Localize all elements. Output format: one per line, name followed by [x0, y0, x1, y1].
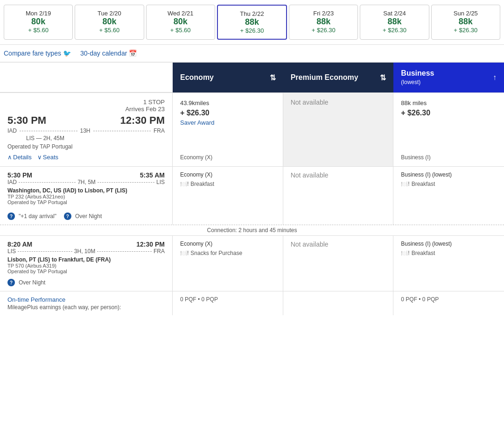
- details-link[interactable]: ∧ Details: [7, 154, 32, 161]
- dep-airport: IAD: [7, 128, 17, 134]
- business-sub: (lowest): [401, 79, 420, 85]
- seg2-route-line: [18, 251, 72, 252]
- segment1-info-cell: 5:30 PM 5:35 AM IAD 7H, 5M LIS Washingto…: [0, 166, 173, 225]
- seg2-overnight: ? Over Night: [7, 279, 165, 286]
- calendar-link[interactable]: 30-day calendar 📅: [80, 50, 137, 57]
- compare-fare-link[interactable]: Compare fare types 🐦: [4, 50, 71, 57]
- mileage-label: MileagePlus earnings (each way, per pers…: [7, 304, 165, 311]
- info-bubble-1: ?: [7, 212, 15, 220]
- premium-not-available: Not available: [291, 99, 386, 106]
- economy-sort-icon[interactable]: ⇅: [270, 73, 276, 82]
- on-time-label: On-time Performance: [7, 296, 65, 303]
- seg1-operated-by: Operated by TAP Portugal: [7, 199, 165, 205]
- flight-info-cell: 1 STOP Arrives Feb 23 5:30 PM 12:30 PM I…: [0, 92, 173, 166]
- seg2-operated-by: Operated by TAP Portugal: [7, 269, 165, 274]
- seg2-premium-not-avail: Not available: [291, 241, 386, 248]
- stop-info: 1 STOP: [7, 99, 165, 106]
- links-row: Compare fare types 🐦 30-day calendar 📅: [0, 45, 504, 62]
- date-miles: 88k: [364, 17, 425, 27]
- main-grid: DEPART ON: February 22 Economy ⇅ Premium…: [0, 62, 504, 315]
- meal-icon-3: 🍽️!: [180, 250, 189, 256]
- premium-fare-cell: Not available: [283, 92, 394, 166]
- meal-icon-4: 🍽️!: [401, 250, 409, 256]
- arrives-info: Arrives Feb 23: [7, 106, 165, 113]
- business-label: Business: [401, 69, 434, 77]
- bird-icon: 🐦: [63, 50, 71, 57]
- premium-sort-icon[interactable]: ⇅: [380, 73, 386, 82]
- date-card-sun225[interactable]: Sun 2/25 88k + $26.30: [431, 5, 500, 40]
- connection-label: Connection: 2 hours and 45 minutes: [207, 227, 297, 234]
- business-fare-cell: 88k miles + $26.30 Business (I): [393, 92, 504, 166]
- seg2-economy-meal: 🍽️! Snacks for Purchase: [180, 250, 275, 256]
- route-line2: [93, 131, 151, 131]
- arr-time: 12:30 PM: [120, 114, 165, 127]
- route-duration: 13H: [80, 128, 91, 134]
- date-fees: + $5.60: [79, 27, 140, 34]
- chevron-up-icon: ∧: [7, 154, 12, 161]
- business-mileage-cell: 0 PQF • 0 PQP: [393, 291, 504, 315]
- economy-fare-inner: 43.9kmiles + $26.30 Saver Award Economy …: [180, 99, 275, 161]
- date-card-fri223[interactable]: Fri 2/23 88k + $26.30: [289, 5, 358, 40]
- economy-award-link[interactable]: Saver Award: [180, 119, 275, 126]
- seg1-route-line: [19, 182, 76, 183]
- economy-header: Economy ⇅: [173, 63, 283, 92]
- date-miles: 80k: [79, 17, 140, 27]
- info-bubble-2: ?: [64, 212, 71, 220]
- date-miles: 88k: [435, 17, 496, 27]
- compare-fare-text: Compare fare types: [4, 50, 61, 57]
- business-mileage-value: 0 PQF • 0 PQP: [401, 296, 497, 303]
- economy-miles: 43.9kmiles: [180, 99, 275, 107]
- seg1-business-meal-label: Breakfast: [412, 181, 435, 187]
- business-miles-value: 88k: [401, 99, 411, 106]
- seg1-overnight: ? Over Night: [64, 212, 102, 220]
- date-fees: + $5.60: [150, 27, 211, 34]
- seg1-economy-meal: 🍽️! Breakfast: [180, 181, 275, 187]
- seg2-dep-time: 8:20 AM: [7, 241, 32, 248]
- depart-date: February 22: [123, 73, 165, 82]
- seg2-economy-meal-label: Snacks for Purchase: [190, 250, 242, 256]
- seg1-premium-not-avail: Not available: [291, 171, 386, 179]
- seg1-business-class: Business (I) (lowest): [401, 171, 497, 178]
- arr-airport: FRA: [154, 128, 165, 134]
- premium-header: Premium Economy ⇅: [283, 63, 394, 92]
- date-label: Sun 2/25: [435, 10, 496, 17]
- date-label: Wed 2/21: [150, 10, 211, 17]
- on-time-link[interactable]: On-time Performance: [7, 296, 65, 303]
- seg2-economy-fare: Economy (X) 🍽️! Snacks for Purchase: [173, 235, 283, 291]
- economy-miles-label: miles: [195, 99, 209, 106]
- seg2-dep-airport: LIS: [7, 248, 16, 255]
- seg2-desc: Lisbon, PT (LIS) to Frankfurt, DE (FRA): [7, 256, 165, 263]
- seg1-arr-time: 5:35 AM: [140, 171, 165, 179]
- seg1-route: IAD 7H, 5M LIS: [7, 179, 165, 185]
- date-fees: + $5.60: [8, 27, 69, 34]
- date-miles: 88k: [222, 17, 282, 27]
- date-card-mon219[interactable]: Mon 2/19 80k + $5.60: [4, 5, 73, 40]
- chevron-down-icon: ∨: [37, 154, 42, 161]
- calendar-icon: 📅: [129, 50, 137, 57]
- seg1-dep-airport: IAD: [7, 179, 17, 185]
- route-line: [20, 131, 77, 131]
- seg2-arr-time: 12:30 PM: [136, 241, 165, 248]
- date-miles: 80k: [8, 17, 69, 27]
- date-card-tue220[interactable]: Tue 2/20 80k + $5.60: [75, 5, 144, 40]
- seats-link[interactable]: ∨ Seats: [37, 154, 58, 161]
- date-card-sat224[interactable]: Sat 2/24 88k + $26.30: [360, 5, 429, 40]
- seg2-overnight-label: Over Night: [19, 279, 45, 286]
- seg2-route-line2: [97, 251, 152, 252]
- business-header: Business (lowest) ↑: [393, 63, 504, 92]
- calendar-text: 30-day calendar: [80, 50, 127, 57]
- route-row: IAD 13H FRA: [7, 128, 165, 134]
- meal-icon-1: 🍽️!: [180, 181, 189, 187]
- business-sort-icon[interactable]: ↑: [493, 73, 497, 82]
- date-label: Mon 2/19: [8, 10, 69, 17]
- seg2-business-meal: 🍽️! Breakfast: [401, 250, 497, 256]
- date-fees: + $26.30: [222, 27, 282, 34]
- meal-icon-2: 🍽️!: [401, 181, 409, 187]
- date-card-wed221[interactable]: Wed 2/21 80k + $5.60: [146, 5, 215, 40]
- date-fees: + $26.30: [435, 27, 496, 34]
- date-card-thu222[interactable]: Thu 2/22 88k + $26.30: [217, 5, 287, 40]
- date-fees: + $26.30: [293, 27, 354, 34]
- seg2-duration: 3H, 10M: [74, 248, 95, 255]
- seg1-info2: Over Night: [75, 213, 102, 220]
- details-links: ∧ Details ∨ Seats: [7, 154, 165, 161]
